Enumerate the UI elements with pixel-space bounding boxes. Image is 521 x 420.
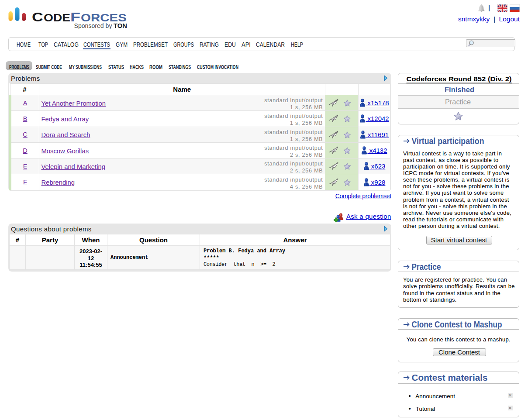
- svg-text:Virtual participation: Virtual participation: [411, 136, 484, 146]
- svg-text:SUBMIT CODE: SUBMIT CODE: [36, 64, 62, 70]
- svg-text:CATALOG: CATALOG: [54, 41, 79, 48]
- svg-text:Practice: Practice: [445, 97, 471, 106]
- svg-text:Finished: Finished: [445, 85, 474, 93]
- svg-text:EDU: EDU: [224, 41, 236, 48]
- svg-text:API: API: [242, 41, 251, 48]
- svg-text:Clone Contest to Mashup: Clone Contest to Mashup: [411, 320, 502, 329]
- svg-text:ROOM: ROOM: [149, 64, 162, 70]
- svg-text:GYM: GYM: [116, 41, 128, 48]
- svg-text:Practice: Practice: [411, 262, 441, 272]
- svg-text:HOME: HOME: [17, 41, 31, 48]
- svg-text:GROUPS: GROUPS: [173, 41, 194, 48]
- svg-text:MY SUBMISSIONS: MY SUBMISSIONS: [69, 64, 102, 70]
- svg-text:HACKS: HACKS: [130, 64, 144, 70]
- svg-text:PROBLEMSET: PROBLEMSET: [133, 41, 168, 48]
- svg-text:CUSTOM INVOCATION: CUSTOM INVOCATION: [197, 64, 238, 70]
- svg-text:HELP: HELP: [291, 41, 303, 48]
- svg-text:CALENDAR: CALENDAR: [256, 41, 285, 48]
- svg-text:TOP: TOP: [38, 41, 48, 48]
- svg-text:RATING: RATING: [200, 41, 219, 48]
- svg-text:PROBLEMS: PROBLEMS: [9, 64, 29, 70]
- svg-text:CONTESTS: CONTESTS: [83, 41, 110, 48]
- svg-text:Contest materials: Contest materials: [411, 373, 487, 382]
- svg-text:STATUS: STATUS: [108, 64, 124, 70]
- svg-text:STANDINGS: STANDINGS: [169, 64, 191, 70]
- svg-text:Codeforces Round 852 (Div. 2): Codeforces Round 852 (Div. 2): [406, 75, 511, 82]
